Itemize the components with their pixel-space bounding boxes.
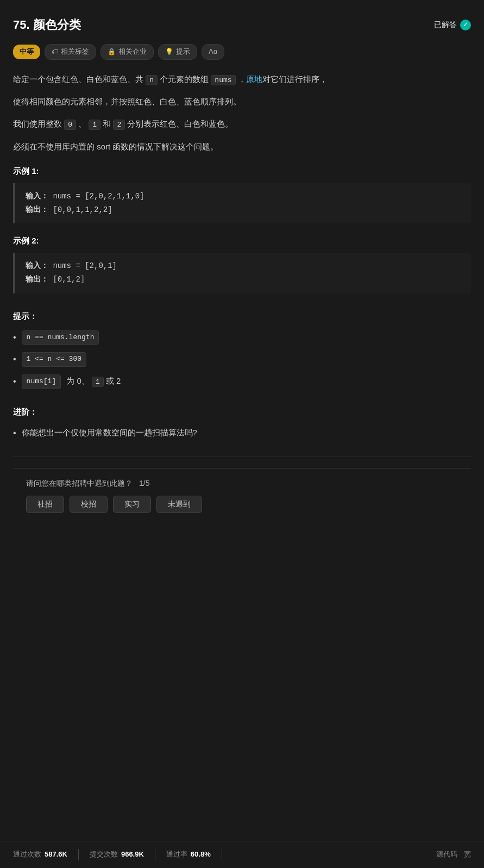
advanced-text-1: 你能想出一个仅使用常数空间的一趟扫描算法吗?	[22, 426, 197, 439]
hint-button[interactable]: 💡 提示	[158, 44, 197, 60]
more-link[interactable]: 宽	[464, 849, 471, 860]
recruit-btn-campus[interactable]: 校招	[70, 496, 108, 513]
stats-bar: 通过次数 587.6K 提交次数 966.9K 通过率 60.8% 源代码 宽	[0, 841, 484, 868]
inline-two: 2	[113, 120, 125, 130]
advanced-list: 你能想出一个仅使用常数空间的一趟扫描算法吗?	[13, 426, 471, 440]
recruitment-title: 请问您在哪类招聘中遇到此题？	[26, 477, 133, 489]
related-companies-button[interactable]: 🔒 相关企业	[100, 44, 154, 60]
solved-text: 已解答	[434, 18, 457, 30]
example-1-block: 输入： nums = [2,0,2,1,1,0] 输出： [0,0,1,1,2,…	[13, 183, 471, 223]
example-1-output: 输出： [0,0,1,1,2,2]	[26, 203, 460, 217]
pass-rate-label: 通过率	[166, 849, 187, 860]
solved-icon: ✓	[460, 20, 471, 30]
example-2-output: 输出： [0,1,2]	[26, 273, 460, 286]
related-companies-label: 相关企业	[118, 46, 147, 58]
recruitment-count: 1/5	[139, 477, 149, 489]
hint-item-3: nums[i] 为 0、 1 或 2	[13, 374, 471, 389]
advanced-item-1: 你能想出一个仅使用常数空间的一趟扫描算法吗?	[13, 426, 471, 440]
font-button[interactable]: Aα	[202, 44, 224, 60]
related-tags-button[interactable]: 🏷 相关标签	[45, 44, 96, 60]
source-links: 源代码 宽	[436, 849, 471, 860]
difficulty-tag[interactable]: 中等	[13, 45, 40, 59]
font-label: Aα	[209, 46, 217, 58]
example-2-input-label: 输入：	[26, 261, 48, 270]
inline-one: 1	[89, 120, 100, 130]
hint-item-1: n == nums.length	[13, 330, 471, 345]
desc-line2: 使得相同颜色的元素相邻，并按照红色、白色、蓝色顺序排列。	[13, 94, 471, 109]
example-2-title: 示例 2:	[13, 234, 471, 247]
example-2-input: 输入： nums = [2,0,1]	[26, 259, 460, 273]
problem-header: 75. 颜色分类 已解答 ✓	[13, 15, 471, 34]
pass-count-value: 587.6K	[45, 849, 67, 860]
inline-original[interactable]: 原地	[246, 74, 262, 84]
example-1-input: 输入： nums = [2,0,2,1,1,0]	[26, 190, 460, 203]
submit-count-value: 966.9K	[121, 849, 144, 860]
pass-rate-value: 60.8%	[191, 849, 211, 860]
tags-row: 中等 🏷 相关标签 🔒 相关企业 💡 提示 Aα	[13, 44, 471, 60]
bulb-icon: 💡	[165, 47, 173, 57]
inline-n: n	[146, 75, 158, 85]
submit-count-label: 提交次数	[90, 849, 118, 860]
hints-title: 提示：	[13, 310, 471, 323]
pass-count-stat: 通过次数 587.6K	[13, 849, 79, 860]
desc-line1: 给定一个包含红色、白色和蓝色、共 n 个元素的数组 nums ，原地对它们进行排…	[13, 72, 471, 86]
submit-count-stat: 提交次数 966.9K	[90, 849, 155, 860]
tag-icon: 🏷	[52, 47, 58, 57]
advanced-title: 进阶：	[13, 405, 471, 419]
example-2-input-value: nums = [2,0,1]	[53, 261, 117, 270]
example-1-input-label: 输入：	[26, 192, 48, 201]
hint-code-3: nums[i]	[22, 374, 61, 389]
source-code-link[interactable]: 源代码	[436, 849, 457, 860]
example-1-output-label: 输出：	[26, 205, 48, 214]
pass-rate-stat: 通过率 60.8%	[166, 849, 222, 860]
desc-line3: 我们使用整数 0 、 1 和 2 分别表示红色、白色和蓝色。	[13, 116, 471, 131]
divider	[13, 457, 471, 457]
advanced-section: 进阶： 你能想出一个仅使用常数空间的一趟扫描算法吗?	[13, 405, 471, 440]
example-1: 示例 1: 输入： nums = [2,0,2,1,1,0] 输出： [0,0,…	[13, 165, 471, 223]
recruitment-buttons: 社招 校招 实习 未遇到	[26, 496, 458, 513]
example-1-title: 示例 1:	[13, 165, 471, 178]
example-2-block: 输入： nums = [2,0,1] 输出： [0,1,2]	[13, 253, 471, 293]
recruit-btn-social[interactable]: 社招	[26, 496, 64, 513]
solved-badge: 已解答 ✓	[434, 18, 471, 30]
lock-icon: 🔒	[108, 47, 116, 57]
example-2-output-value: [0,1,2]	[53, 275, 85, 284]
example-2-output-label: 输出：	[26, 275, 48, 284]
page-title: 75. 颜色分类	[13, 15, 81, 34]
hint-text-3: 为 0、 1 或 2	[66, 374, 121, 388]
inline-nums: nums	[211, 75, 235, 85]
recruit-btn-none[interactable]: 未遇到	[156, 496, 202, 513]
hint-code-2: 1 <= n <= 300	[22, 352, 86, 367]
hint-code-1: n == nums.length	[22, 330, 99, 345]
inline-zero: 0	[64, 120, 76, 130]
hint-zero: 1	[92, 377, 104, 387]
recruit-btn-intern[interactable]: 实习	[113, 496, 151, 513]
pass-count-label: 通过次数	[13, 849, 41, 860]
hints-list: n == nums.length 1 <= n <= 300 nums[i] 为…	[13, 330, 471, 389]
related-tags-label: 相关标签	[61, 46, 89, 58]
desc-line4: 必须在不使用库内置的 sort 函数的情况下解决这个问题。	[13, 139, 471, 154]
recruitment-section: 请问您在哪类招聘中遇到此题？ 1/5 社招 校招 实习 未遇到	[13, 468, 471, 522]
hints-section: 提示： n == nums.length 1 <= n <= 300 nums[…	[13, 310, 471, 389]
hint-item-2: 1 <= n <= 300	[13, 352, 471, 367]
recruitment-header: 请问您在哪类招聘中遇到此题？ 1/5	[26, 477, 458, 489]
example-1-input-value: nums = [2,0,2,1,1,0]	[53, 192, 144, 201]
problem-description: 给定一个包含红色、白色和蓝色、共 n 个元素的数组 nums ，原地对它们进行排…	[13, 72, 471, 154]
example-1-output-value: [0,0,1,1,2,2]	[53, 205, 112, 214]
hint-label: 提示	[176, 46, 190, 58]
example-2: 示例 2: 输入： nums = [2,0,1] 输出： [0,1,2]	[13, 234, 471, 293]
